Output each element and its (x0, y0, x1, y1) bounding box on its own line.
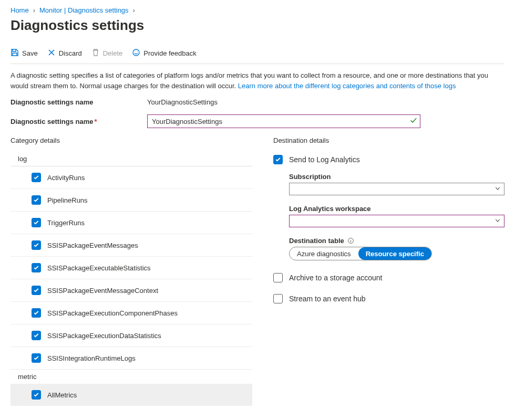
name-input-row: Diagnostic settings name* (11, 114, 504, 128)
description-text: A diagnostic setting specifies a list of… (11, 70, 494, 91)
chevron-right-icon: › (33, 6, 35, 14)
toolbar: Save Discard Delete Provide feedback (11, 45, 504, 64)
name-display-label: Diagnostic settings name (11, 98, 147, 106)
name-display-value: YourDiagnosticSettings (147, 98, 420, 106)
checkbox-allmetrics[interactable] (32, 390, 41, 400)
diagnostic-name-input[interactable] (147, 114, 420, 128)
log-item-label: SSISPackageEventMessages (47, 242, 138, 249)
destination-details-heading: Destination details (273, 136, 504, 144)
checkbox-ssispackageeventmessages[interactable] (32, 240, 41, 250)
destination-table-label: Destination table (289, 237, 504, 245)
log-item-label: TriggerRuns (47, 219, 85, 227)
log-item: ActivityRuns (11, 166, 252, 189)
destination-details-column: Destination details Send to Log Analytic… (273, 136, 504, 406)
archive-row: Archive to a storage account (273, 270, 504, 291)
breadcrumb-monitor[interactable]: Monitor | Diagnostics settings (39, 6, 129, 14)
page-title: Diagnostics settings (11, 17, 504, 34)
svg-point-2 (137, 51, 138, 51)
chevron-down-icon (495, 185, 501, 193)
metric-item: AllMetrics (11, 384, 252, 406)
log-item-label: SSISPackageExecutionDataStatistics (47, 332, 161, 340)
smiley-icon (132, 48, 140, 58)
required-star: * (94, 118, 97, 125)
svg-point-1 (135, 51, 136, 51)
checkbox-send-log-analytics[interactable] (273, 155, 283, 164)
subscription-select[interactable] (289, 183, 504, 195)
log-item-label: SSISIntegrationRuntimeLogs (47, 354, 136, 362)
log-item: SSISPackageExecutionDataStatistics (11, 324, 252, 347)
discard-label: Discard (59, 49, 82, 57)
log-item-label: PipelineRuns (47, 196, 88, 204)
log-item: SSISPackageEventMessages (11, 234, 252, 257)
close-icon (47, 48, 56, 58)
send-log-analytics-label: Send to Log Analytics (289, 155, 360, 164)
checkbox-stream-eventhub[interactable] (273, 294, 283, 303)
feedback-button[interactable]: Provide feedback (132, 48, 196, 58)
destination-table-toggle: Azure diagnostics Resource specific (289, 247, 432, 260)
save-icon (11, 48, 19, 58)
check-icon (410, 117, 417, 126)
subscription-label: Subscription (289, 173, 504, 181)
log-item-label: SSISPackageEventMessageContext (47, 287, 158, 295)
breadcrumb: Home › Monitor | Diagnostics settings › (11, 6, 504, 14)
log-item: SSISPackageExecutionComponentPhases (11, 302, 252, 324)
log-item: SSISIntegrationRuntimeLogs (11, 347, 252, 370)
breadcrumb-home[interactable]: Home (11, 6, 29, 14)
workspace-block: Log Analytics workspace (273, 205, 504, 227)
log-item: SSISPackageEventMessageContext (11, 279, 252, 302)
log-item: SSISPackageExecutableStatistics (11, 257, 252, 279)
chevron-right-icon: › (133, 6, 135, 14)
send-log-analytics-row: Send to Log Analytics (273, 152, 504, 173)
log-item-label: SSISPackageExecutionComponentPhases (47, 309, 178, 317)
feedback-label: Provide feedback (143, 49, 196, 57)
save-label: Save (22, 49, 38, 57)
metric-section-label: metric (11, 370, 252, 384)
checkbox-ssispackageexecutioncomponentphases[interactable] (32, 308, 41, 318)
stream-label: Stream to an event hub (289, 295, 366, 303)
save-button[interactable]: Save (11, 48, 38, 58)
workspace-select[interactable] (289, 215, 504, 227)
delete-label: Delete (103, 49, 123, 57)
log-item-label: SSISPackageExecutableStatistics (47, 264, 151, 272)
trash-icon (91, 48, 100, 58)
checkbox-ssispackageeventmessagecontext[interactable] (32, 286, 41, 295)
metric-item-label: AllMetrics (47, 391, 77, 399)
discard-button[interactable]: Discard (47, 48, 82, 58)
checkbox-archive-storage[interactable] (273, 273, 283, 282)
category-details-heading: Category details (11, 136, 252, 144)
stream-row: Stream to an event hub (273, 291, 504, 312)
log-item-label: ActivityRuns (47, 174, 85, 182)
name-input-label: Diagnostic settings name* (11, 118, 147, 125)
chevron-down-icon (495, 217, 501, 225)
workspace-label: Log Analytics workspace (289, 205, 504, 213)
learn-more-link[interactable]: Learn more about the different log categ… (238, 82, 456, 90)
log-item: PipelineRuns (11, 189, 252, 212)
subscription-block: Subscription (273, 173, 504, 195)
delete-button: Delete (91, 48, 123, 58)
name-display-row: Diagnostic settings name YourDiagnosticS… (11, 98, 504, 106)
checkbox-pipelineruns[interactable] (32, 195, 41, 205)
log-section-label: log (11, 152, 252, 166)
checkbox-activityruns[interactable] (32, 173, 41, 182)
category-details-column: Category details log ActivityRuns Pipeli… (11, 136, 252, 406)
checkbox-ssispackageexecutablestatistics[interactable] (32, 263, 41, 272)
checkbox-ssisintegrationruntimelogs[interactable] (32, 353, 41, 363)
checkbox-ssispackageexecutiondatastatistics[interactable] (32, 331, 41, 340)
toggle-resource-specific[interactable]: Resource specific (358, 247, 431, 260)
svg-point-0 (133, 49, 139, 56)
destination-table-block: Destination table Azure diagnostics Reso… (273, 237, 504, 260)
archive-label: Archive to a storage account (289, 274, 382, 282)
log-item: TriggerRuns (11, 212, 252, 234)
info-icon[interactable] (347, 237, 354, 244)
toggle-azure-diagnostics[interactable]: Azure diagnostics (290, 247, 358, 260)
checkbox-triggerruns[interactable] (32, 218, 41, 227)
